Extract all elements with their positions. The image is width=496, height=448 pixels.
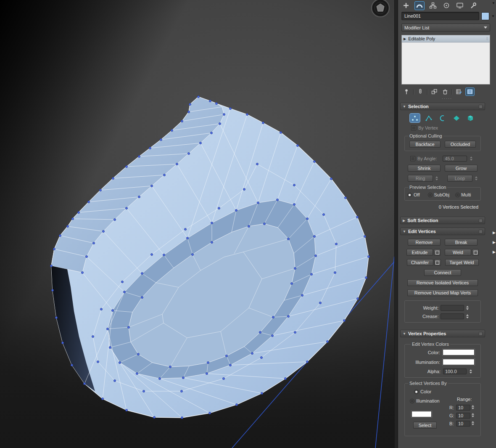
rollout-edit-vertices-header[interactable]: ▼ Edit Vertices	[400, 228, 485, 235]
object-color-swatch[interactable]	[481, 12, 489, 20]
weld-button[interactable]: Weld	[445, 249, 471, 256]
viewport-navigation-gizmo[interactable]	[372, 0, 389, 17]
command-panel: ▼ Line001 ▼ Modifier List ▶ Editable Pol…	[398, 0, 496, 448]
vertex-icon	[411, 115, 419, 122]
by-angle-checkbox[interactable]: By Angle:	[410, 156, 437, 161]
viewport[interactable]	[0, 0, 394, 448]
range-r-field[interactable]: 10	[456, 405, 470, 411]
pin-stack-button[interactable]	[402, 88, 411, 95]
chamfer-button[interactable]: Chamfer	[407, 259, 433, 266]
command-panel-tabs: ▼	[398, 0, 496, 11]
tab-motion[interactable]	[442, 2, 451, 10]
stack-expand-icon[interactable]: ▶	[404, 37, 406, 41]
select-by-illumination-radio[interactable]: Illumination	[410, 398, 440, 403]
alpha-field[interactable]: 100.0	[443, 368, 467, 374]
make-unique-button[interactable]	[430, 88, 438, 95]
vertex-mode-button[interactable]	[410, 114, 420, 122]
remove-unused-map-verts-button[interactable]: Remove Unused Map Verts	[407, 289, 478, 296]
edge-icon	[425, 115, 433, 122]
panel-resize-grip[interactable]: ·····	[398, 97, 496, 100]
border-mode-button[interactable]	[438, 114, 448, 122]
weld-settings-button[interactable]	[472, 249, 479, 256]
alpha-spinner[interactable]	[470, 369, 472, 374]
crease-label: Crease:	[417, 314, 439, 319]
viewport-panel-divider[interactable]	[394, 0, 398, 448]
rollout-soft-selection-header[interactable]: ▶ Soft Selection	[400, 217, 485, 224]
break-button[interactable]: Break	[445, 239, 478, 246]
backface-button[interactable]: Backface	[409, 141, 441, 148]
remove-isolated-vertices-button[interactable]: Remove Isolated Vertices	[407, 279, 478, 286]
range-g-spinner[interactable]	[472, 413, 474, 417]
select-by-color-swatch[interactable]	[412, 411, 432, 417]
grow-button[interactable]: Grow	[445, 165, 478, 172]
viewport-canvas[interactable]	[0, 0, 394, 448]
rollout-open-icon: ▼	[403, 230, 406, 233]
polygon-mode-button[interactable]	[451, 114, 462, 122]
rollout-vertex-properties-title: Vertex Properties	[408, 331, 446, 336]
weight-spinner[interactable]	[466, 306, 469, 310]
radio-dot	[410, 399, 414, 403]
preview-multi-label: Multi	[461, 192, 471, 197]
by-angle-spinner[interactable]	[470, 156, 472, 161]
side-arrow-icon[interactable]: ▶	[493, 231, 496, 235]
remove-button[interactable]: Remove	[408, 239, 441, 246]
ring-spinner[interactable]	[435, 176, 438, 180]
selection-status-text: 0 Vertices Selected	[400, 204, 485, 209]
side-arrow-icon[interactable]: ▶	[493, 241, 496, 244]
loop-spinner[interactable]	[475, 176, 478, 180]
shrink-button[interactable]: Shrink	[408, 165, 441, 172]
crease-field[interactable]	[441, 313, 464, 319]
show-end-result-button[interactable]	[416, 88, 425, 95]
range-g-field[interactable]: 10	[456, 413, 470, 419]
extrude-settings-button[interactable]	[434, 249, 441, 256]
range-b-field[interactable]: 10	[456, 421, 470, 427]
loop-button[interactable]: Loop	[447, 175, 472, 182]
chevron-down-icon	[484, 27, 487, 29]
vertex-illumination-swatch[interactable]	[443, 359, 475, 365]
occluded-button[interactable]: Occluded	[445, 141, 476, 148]
object-name-field[interactable]: Line001	[401, 12, 479, 20]
rollout-vertex-properties-header[interactable]: ▼ Vertex Properties	[400, 330, 485, 337]
tab-create[interactable]	[401, 2, 411, 10]
chamfer-settings-button[interactable]	[434, 259, 441, 266]
vertex-color-swatch[interactable]	[443, 349, 475, 355]
connect-button[interactable]: Connect	[424, 269, 461, 276]
edge-mode-button[interactable]	[424, 114, 434, 122]
tab-modify[interactable]	[415, 2, 424, 10]
select-button[interactable]: Select	[413, 422, 437, 429]
rollout-selection-header[interactable]: ▼ Selection	[400, 103, 485, 110]
optional-culling-label: Optional Culling	[408, 133, 443, 138]
range-r-spinner[interactable]	[472, 405, 474, 409]
tab-utilities[interactable]	[469, 2, 478, 10]
preview-subobj-radio[interactable]: SubObj	[428, 192, 449, 197]
tab-display[interactable]	[455, 2, 464, 10]
preview-multi-radio[interactable]: Multi	[455, 192, 471, 197]
alpha-label: Alpha:	[427, 369, 441, 374]
weight-field[interactable]	[441, 305, 464, 311]
extrude-button[interactable]: Extrude	[406, 249, 433, 256]
select-by-color-radio[interactable]: Color	[414, 389, 431, 394]
by-vertex-label: By Vertex	[418, 125, 438, 130]
remove-modifier-button[interactable]	[441, 88, 449, 95]
side-arrow-icon[interactable]: ▶	[493, 250, 496, 254]
by-vertex-checkbox[interactable]: By Vertex	[411, 125, 485, 130]
list-lines-icon	[467, 88, 473, 95]
tab-hierarchy[interactable]	[428, 2, 438, 10]
range-b-spinner[interactable]	[472, 421, 474, 425]
radio-dot	[455, 193, 460, 197]
modifier-stack-item[interactable]: ▶ Editable Poly ⁞	[402, 35, 490, 42]
preview-off-radio[interactable]: Off	[407, 192, 419, 197]
settings-square-icon	[435, 251, 439, 254]
name-row-arrow-icon[interactable]: ▼	[491, 14, 495, 18]
target-weld-button[interactable]: Target Weld	[445, 259, 479, 266]
edit-stack-button[interactable]	[455, 88, 463, 95]
panel-menu-arrow-icon[interactable]: ▼	[492, 2, 495, 5]
configure-modifier-sets-button[interactable]	[466, 88, 474, 95]
ring-button[interactable]: Ring	[408, 175, 433, 182]
element-mode-button[interactable]	[465, 114, 475, 122]
modifier-list-dropdown[interactable]: Modifier List	[401, 24, 490, 32]
crease-spinner[interactable]	[466, 314, 469, 318]
editable-poly-mesh[interactable]	[50, 95, 369, 419]
by-angle-value-field[interactable]: 45.0	[443, 156, 467, 162]
modifier-stack[interactable]: ▶ Editable Poly ⁞	[401, 35, 490, 85]
